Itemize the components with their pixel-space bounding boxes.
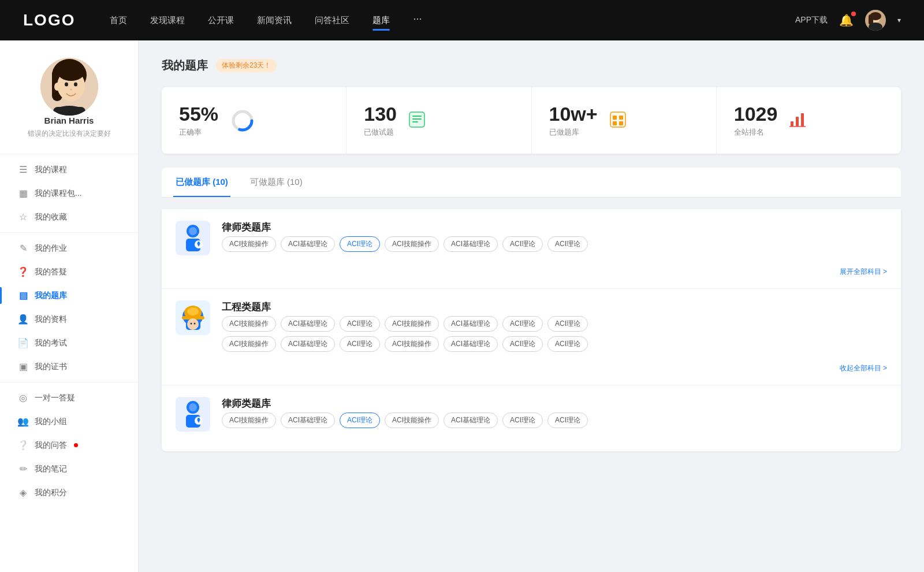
- tag-0[interactable]: ACI技能操作: [222, 236, 276, 252]
- stat-rank: 1029 全站排名: [717, 87, 901, 154]
- svg-point-43: [190, 323, 192, 325]
- sidebar-item-certificate[interactable]: ▣ 我的证书: [0, 355, 138, 378]
- navbar: LOGO 首页 发现课程 公开课 新闻资讯 问答社区 题库 ··· APP下载 …: [0, 0, 924, 40]
- stat-done-questions: 130 已做试题: [346, 87, 531, 154]
- nav-discover[interactable]: 发现课程: [150, 13, 185, 28]
- tag-6[interactable]: ACI理论: [547, 236, 588, 252]
- law2-tag-4[interactable]: ACI基础理论: [444, 413, 498, 428]
- sidebar-item-qbank[interactable]: ▤ 我的题库: [0, 284, 138, 307]
- svg-rect-27: [791, 121, 793, 127]
- law2-tag-2-active[interactable]: ACI理论: [340, 413, 380, 428]
- points-icon: ◈: [17, 487, 29, 498]
- bell-icon: 🔔: [839, 14, 854, 27]
- course-pkg-icon: ▦: [17, 188, 29, 199]
- tag-4[interactable]: ACI基础理论: [444, 236, 498, 252]
- nav-open-course[interactable]: 公开课: [208, 13, 234, 28]
- tag-1[interactable]: ACI基础理论: [281, 236, 335, 252]
- sidebar-item-favorites[interactable]: ☆ 我的收藏: [0, 205, 138, 229]
- sidebar-item-group[interactable]: 👥 我的小组: [0, 410, 138, 433]
- stats-row: 55% 正确率 130 已做试题: [162, 87, 901, 154]
- avatar-image: [865, 10, 886, 31]
- svg-rect-29: [801, 113, 804, 127]
- law2-tag-6[interactable]: ACI理论: [547, 413, 588, 428]
- eng-tag-1[interactable]: ACI基础理论: [281, 316, 335, 332]
- qbank-collapse-engineer[interactable]: 收起全部科目 >: [176, 363, 887, 373]
- eng-tag-r2-5[interactable]: ACI理论: [502, 336, 543, 352]
- my-qa-icon: ❔: [17, 440, 29, 451]
- nav-home[interactable]: 首页: [110, 13, 127, 28]
- svg-rect-22: [610, 112, 625, 127]
- sidebar-item-1on1[interactable]: ◎ 一对一答疑: [0, 386, 138, 410]
- eng-tag-4[interactable]: ACI基础理论: [444, 316, 498, 332]
- eng-tag-6[interactable]: ACI理论: [547, 316, 588, 332]
- tab-done[interactable]: 已做题库 (10): [173, 168, 230, 197]
- notes-label: 我的笔记: [35, 464, 67, 474]
- eng-tag-r2-2[interactable]: ACI理论: [340, 336, 380, 352]
- qbank-engineer-title: 工程类题库: [222, 300, 887, 314]
- eng-tag-5[interactable]: ACI理论: [502, 316, 543, 332]
- eng-tag-r2-3[interactable]: ACI技能操作: [385, 336, 439, 352]
- stat-accuracy-label: 正确率: [179, 127, 218, 138]
- tab-available[interactable]: 可做题库 (10): [248, 168, 305, 197]
- sidebar-item-exam[interactable]: 📄 我的考试: [0, 331, 138, 355]
- avatar-dropdown-arrow[interactable]: ▾: [897, 16, 901, 24]
- qbank-card-engineer-info: 工程类题库 ACI技能操作 ACI基础理论 ACI理论 ACI技能操作 ACI基…: [222, 300, 887, 352]
- stat-done-questions-text: 130 已做试题: [364, 103, 397, 138]
- qbank-expand-1[interactable]: 展开全部科目 >: [176, 267, 887, 277]
- nav-news[interactable]: 新闻资讯: [257, 13, 292, 28]
- notification-bell[interactable]: 🔔: [839, 13, 854, 27]
- tag-2-active[interactable]: ACI理论: [340, 236, 380, 252]
- law2-tag-3[interactable]: ACI技能操作: [385, 413, 439, 428]
- nav-qa[interactable]: 问答社区: [315, 13, 349, 28]
- qa-icon: ❓: [17, 266, 29, 277]
- nav-more[interactable]: ···: [413, 13, 422, 28]
- svg-rect-26: [619, 121, 623, 125]
- sidebar-item-courses[interactable]: ☰ 我的课程: [0, 158, 138, 181]
- my-qa-label: 我的问答: [35, 440, 67, 451]
- qa-label: 我的答疑: [35, 267, 67, 277]
- sidebar-item-points[interactable]: ◈ 我的积分: [0, 481, 138, 504]
- sidebar-item-homework[interactable]: ✎ 我的作业: [0, 236, 138, 260]
- tag-3[interactable]: ACI技能操作: [385, 236, 439, 252]
- tag-5[interactable]: ACI理论: [502, 236, 543, 252]
- svg-rect-20: [412, 118, 422, 120]
- qbank-lawyer-2-tags: ACI技能操作 ACI基础理论 ACI理论 ACI技能操作 ACI基础理论 AC…: [222, 413, 887, 428]
- bar-chart-icon: [789, 111, 806, 131]
- sidebar: Brian Harris 错误的决定比没有决定要好 ☰ 我的课程 ▦ 我的课程包…: [0, 40, 139, 572]
- user-motto: 错误的决定比没有决定要好: [16, 129, 122, 139]
- law2-tag-0[interactable]: ACI技能操作: [222, 413, 276, 428]
- svg-rect-24: [619, 116, 623, 120]
- page-header: 我的题库 体验剩余23天！: [162, 58, 901, 73]
- eng-tag-r2-1[interactable]: ACI基础理论: [281, 336, 335, 352]
- stat-done-questions-value: 130: [364, 103, 397, 125]
- law2-tag-1[interactable]: ACI基础理论: [281, 413, 335, 428]
- eng-tag-r2-0[interactable]: ACI技能操作: [222, 336, 276, 352]
- sidebar-item-course-pkg[interactable]: ▦ 我的课程包...: [0, 181, 138, 205]
- sidebar-item-my-qa[interactable]: ❔ 我的问答: [0, 433, 138, 457]
- eng-tag-2[interactable]: ACI理论: [340, 316, 380, 332]
- svg-rect-15: [53, 107, 85, 116]
- page-layout: Brian Harris 错误的决定比没有决定要好 ☰ 我的课程 ▦ 我的课程包…: [0, 40, 924, 572]
- law2-tag-5[interactable]: ACI理论: [502, 413, 543, 428]
- courses-icon: ☰: [17, 164, 29, 175]
- app-download-button[interactable]: APP下载: [795, 15, 828, 25]
- avatar[interactable]: [865, 10, 886, 31]
- sidebar-item-profile[interactable]: 👤 我的资料: [0, 307, 138, 331]
- eng-tag-3[interactable]: ACI技能操作: [385, 316, 439, 332]
- lawyer-2-icon-wrap: [176, 397, 210, 432]
- qbank-card-lawyer-1-header: 律师类题库 ACI技能操作 ACI基础理论 ACI理论 ACI技能操作 ACI基…: [176, 221, 887, 255]
- qbank-engineer-tags-row2: ACI技能操作 ACI基础理论 ACI理论 ACI技能操作 ACI基础理论 AC…: [222, 336, 887, 352]
- divider-1: [0, 154, 138, 154]
- stat-done-qbanks-text: 10w+ 已做题库: [549, 103, 598, 138]
- stat-done-qbanks-label: 已做题库: [549, 127, 598, 138]
- user-name: Brian Harris: [44, 116, 94, 125]
- lawyer-icon-wrap: [176, 221, 210, 255]
- sidebar-item-notes[interactable]: ✏ 我的笔记: [0, 457, 138, 481]
- eng-tag-r2-6[interactable]: ACI理论: [547, 336, 588, 352]
- profile-avatar: [40, 58, 98, 116]
- eng-tag-r2-4[interactable]: ACI基础理论: [444, 336, 498, 352]
- sidebar-item-qa[interactable]: ❓ 我的答疑: [0, 260, 138, 284]
- eng-tag-0[interactable]: ACI技能操作: [222, 316, 276, 332]
- svg-point-35: [198, 242, 200, 244]
- nav-qbank[interactable]: 题库: [372, 13, 390, 28]
